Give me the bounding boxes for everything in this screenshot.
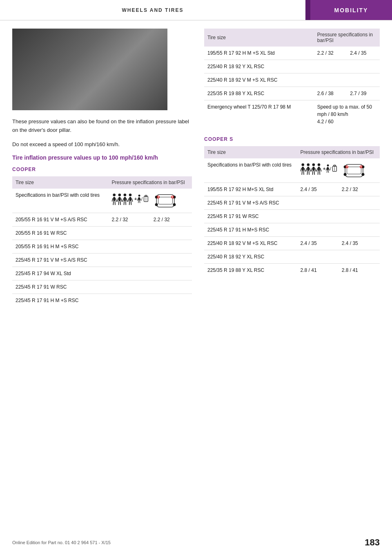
svg-line-16 bbox=[124, 201, 124, 205]
main-content: These pressure values can also be found … bbox=[0, 20, 392, 323]
pressure-p2-cell bbox=[347, 60, 380, 73]
pressure-p2-cell: 2.8 / 41 bbox=[339, 264, 380, 277]
svg-line-64 bbox=[320, 168, 321, 171]
svg-point-43 bbox=[301, 163, 304, 166]
svg-line-45 bbox=[301, 168, 301, 171]
table-row: 205/55 R 16 91 W RSC bbox=[12, 227, 192, 240]
svg-line-4 bbox=[113, 201, 114, 205]
svg-rect-33 bbox=[145, 196, 147, 197]
spec-image-cell: + / bbox=[109, 189, 192, 213]
svg-line-60 bbox=[314, 171, 314, 175]
pressure-p2-cell: 2.7 / 39 bbox=[347, 87, 380, 100]
table-row: Specifications in bar/PSI with cold tire… bbox=[204, 158, 380, 183]
header-section-title: WHEELS AND TIRES bbox=[0, 0, 305, 20]
table-row: 225/45 R 17 91 W RSC bbox=[12, 280, 192, 294]
description-para-2: Do not exceed a speed of 100 mph/160 km/… bbox=[12, 140, 192, 149]
svg-rect-1 bbox=[113, 197, 115, 201]
table-row: 225/45 R 17 94 W XL Std bbox=[12, 267, 192, 280]
table-row: 225/35 R 19 88 Y XL RSC2.8 / 412.8 / 41 bbox=[204, 264, 380, 277]
pressure-p1-cell bbox=[297, 223, 339, 237]
tire-size-cell: 225/45 R 17 91 V M +S A/S RSC bbox=[204, 196, 297, 210]
svg-line-30 bbox=[139, 200, 140, 203]
tire-size-cell: 225/40 R 18 92 V M +S XL RSC bbox=[204, 237, 297, 250]
pressure-p2-cell bbox=[339, 196, 380, 210]
tire-size-cell: 225/45 R 17 91 W RSC bbox=[204, 210, 297, 223]
table-row: 205/55 R 16 91 V M +S A/S RSC2.2 / 322.2… bbox=[12, 213, 192, 227]
svg-text:/: / bbox=[141, 196, 143, 201]
col-tire-size-s: Tire size bbox=[204, 146, 297, 158]
svg-line-20 bbox=[128, 198, 129, 202]
pressure-p1-cell bbox=[109, 240, 150, 254]
svg-point-83 bbox=[361, 173, 364, 176]
svg-line-66 bbox=[319, 171, 320, 175]
footer-online-text: Online Edition for Part no. 01 40 2 964 … bbox=[12, 540, 111, 545]
svg-line-10 bbox=[118, 201, 119, 205]
col-pressure-specs: Pressure specifications in bar/PSI bbox=[109, 176, 192, 189]
pressure-p1-cell bbox=[297, 196, 339, 210]
spec-image-cell: + / bbox=[297, 158, 380, 183]
car-image-bg bbox=[12, 29, 167, 110]
tire-size-cell: 225/40 R 18 92 Y XL RSC bbox=[204, 60, 314, 73]
svg-line-2 bbox=[112, 198, 113, 202]
svg-line-48 bbox=[303, 171, 304, 175]
pressure-p1-cell: 2.4 / 35 bbox=[297, 237, 339, 250]
table-row: 225/45 R 17 91 V M +S A/S RSC bbox=[204, 196, 380, 210]
pressure-p1-cell bbox=[314, 60, 347, 73]
svg-line-46 bbox=[304, 168, 305, 171]
pressure-p2-cell bbox=[339, 210, 380, 223]
pressure-p2-cell bbox=[339, 250, 380, 264]
tire-size-cell: 195/55 R 17 92 H M+S XL Std bbox=[204, 183, 297, 196]
svg-rect-7 bbox=[118, 197, 120, 201]
header-chapter-title: MOBILITY bbox=[310, 0, 392, 20]
svg-point-40 bbox=[173, 203, 176, 206]
svg-line-70 bbox=[326, 168, 327, 171]
table-row: 225/40 R 18 92 Y XL RSC bbox=[204, 250, 380, 264]
col-pressure-specs-r: Pressure specifications in bar/PSI bbox=[314, 29, 380, 47]
pressure-p2-cell bbox=[150, 294, 192, 307]
table-row: 225/35 R 19 88 Y XL RSC2.6 / 382.7 / 39 bbox=[204, 87, 380, 100]
svg-rect-44 bbox=[302, 167, 304, 171]
table-row: 225/40 R 18 92 V M +S XL RSC2.4 / 352.4 … bbox=[204, 237, 380, 250]
table-row: Emergency wheel T 125/70 R 17 98 MSpeed … bbox=[204, 100, 380, 129]
svg-point-39 bbox=[155, 203, 158, 206]
pressure-p2-cell: 2.2 / 32 bbox=[150, 213, 192, 227]
pressure-cell-emergency: Speed up to a max. of 50 mph / 80 km/h4.… bbox=[314, 100, 380, 129]
tire-size-cell: 225/45 R 17 94 W XL Std bbox=[12, 267, 109, 280]
svg-point-25 bbox=[138, 195, 140, 197]
svg-line-65 bbox=[318, 171, 318, 175]
svg-point-61 bbox=[317, 163, 320, 166]
page-footer: Online Edition for Part no. 01 40 2 964 … bbox=[0, 537, 392, 548]
svg-line-63 bbox=[316, 168, 317, 171]
tire-size-cell: 195/55 R 17 92 H M +S XL Std bbox=[204, 47, 314, 60]
pressure-p1-cell: 2.6 / 38 bbox=[314, 87, 347, 100]
tire-size-cell: 205/55 R 16 91 V M +S A/S RSC bbox=[12, 213, 109, 227]
svg-line-21 bbox=[131, 198, 132, 202]
tire-size-cell: 225/45 R 17 91 H M +S RSC bbox=[12, 294, 109, 307]
pressure-p2-cell bbox=[339, 223, 380, 237]
svg-text:/: / bbox=[330, 166, 332, 171]
svg-line-52 bbox=[310, 168, 310, 171]
col-tire-size-r: Tire size bbox=[204, 29, 314, 47]
svg-line-47 bbox=[302, 171, 302, 175]
table-row: 225/40 R 18 92 V M +S XL RSC bbox=[204, 73, 380, 87]
pressure-p2-cell bbox=[150, 227, 192, 240]
svg-line-22 bbox=[129, 201, 129, 205]
pressure-p1-cell bbox=[109, 267, 150, 280]
table-row: 225/45 R 17 91 V M +S A/S RSC bbox=[12, 254, 192, 267]
table-row: 205/55 R 16 91 H M +S RSC bbox=[12, 240, 192, 254]
pressure-p1-cell bbox=[109, 280, 150, 294]
table-row: Specifications in bar/PSI with cold tire… bbox=[12, 189, 192, 213]
pressure-p2-cell: 2.2 / 32 bbox=[339, 183, 380, 196]
pressure-p2-cell bbox=[347, 73, 380, 87]
cooper-s-subtitle: COOPER S bbox=[204, 136, 380, 142]
svg-rect-76 bbox=[334, 165, 336, 166]
tire-size-cell: 225/35 R 19 88 Y XL RSC bbox=[204, 264, 297, 277]
inflation-section-title: Tire inflation pressure values up to 100… bbox=[12, 154, 192, 161]
right-column: Tire size Pressure specifications in bar… bbox=[204, 29, 380, 315]
tire-size-cell: 205/55 R 16 91 W RSC bbox=[12, 227, 109, 240]
pressure-p1-cell: 2.2 / 32 bbox=[314, 47, 347, 60]
pressure-p2-cell bbox=[150, 240, 192, 254]
svg-line-27 bbox=[137, 198, 138, 201]
svg-rect-56 bbox=[312, 167, 314, 171]
table-row: 195/55 R 17 92 H M +S XL Std2.2 / 322.4 … bbox=[204, 47, 380, 60]
